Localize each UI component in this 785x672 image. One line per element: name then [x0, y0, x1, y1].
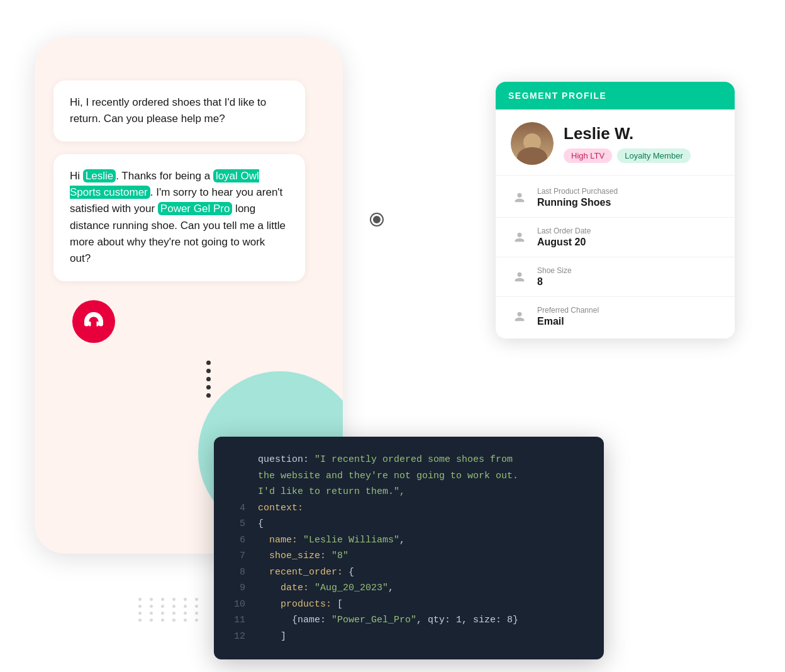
detail-label-product: Last Product Purchased: [537, 187, 618, 196]
code-line-7: 7 shoe_size: "8": [233, 548, 585, 564]
detail-row-order-date: Last Order Date August 20: [496, 218, 735, 257]
detail-value-channel: Email: [537, 316, 599, 327]
order-date-icon: [511, 228, 528, 246]
profile-name: Leslie W.: [564, 124, 691, 143]
phone-notch: [145, 38, 233, 55]
line-num: 8: [233, 564, 245, 581]
line-num: 4: [233, 500, 245, 517]
headset-icon: [82, 310, 105, 333]
code-text: products: [: [258, 596, 343, 613]
code-line-2: the website and they're not going to wor…: [233, 468, 585, 484]
line-num: [233, 484, 245, 500]
detail-label-shoe-size: Shoe Size: [537, 266, 572, 275]
phone-content: Hi, I recently ordered shoes that I'd li…: [35, 68, 343, 410]
highlight-product: Power Gel Pro: [158, 202, 233, 215]
line-num: 12: [233, 629, 245, 645]
detail-row-shoe-size: Shoe Size 8: [496, 257, 735, 297]
badge-loyalty-member: Loyalty Member: [617, 148, 690, 163]
line-num: 10: [233, 596, 245, 613]
code-text: I'd like to return them.",: [258, 484, 405, 500]
dot-2: [206, 369, 211, 373]
badge-high-ltv: High LTV: [564, 148, 612, 163]
code-line-9: 9 date: "Aug_20_2023",: [233, 580, 585, 596]
code-text: context:: [258, 500, 303, 517]
detail-text-order-date: Last Order Date August 20: [537, 227, 591, 248]
agent-chat-bubble: Hi Leslie. Thanks for being a loyal Owl …: [53, 154, 305, 281]
detail-label-order-date: Last Order Date: [537, 227, 591, 235]
agent-icon: [72, 300, 115, 343]
segment-card-header: SEGMENT PROFILE: [496, 82, 735, 109]
detail-value-shoe-size: 8: [537, 276, 572, 288]
code-text: ]: [258, 629, 286, 645]
detail-row-product: Last Product Purchased Running Shoes: [496, 178, 735, 218]
avatar-face: [511, 122, 554, 165]
code-text: name: "Leslie Williams",: [258, 532, 405, 549]
user-chat-bubble: Hi, I recently ordered shoes that I'd li…: [53, 81, 305, 142]
product-icon: [511, 189, 528, 206]
detail-text-product: Last Product Purchased Running Shoes: [537, 187, 618, 208]
highlight-leslie: Leslie: [83, 169, 116, 182]
dot-1: [206, 361, 211, 365]
connector: [371, 214, 382, 225]
code-line-10: 10 products: [: [233, 596, 585, 613]
dots-grid: [138, 598, 203, 622]
badges-container: High LTV Loyalty Member: [564, 148, 691, 163]
detail-text-channel: Preferred Channel Email: [537, 306, 599, 327]
segment-details: Last Product Purchased Running Shoes Las…: [496, 176, 735, 339]
line-num: [233, 452, 245, 468]
detail-value-order-date: August 20: [537, 237, 591, 248]
line-num: [233, 468, 245, 484]
detail-value-product: Running Shoes: [537, 197, 618, 208]
detail-label-channel: Preferred Channel: [537, 306, 599, 315]
code-line-6: 6 name: "Leslie Williams",: [233, 532, 585, 549]
code-line-8: 8 recent_order: {: [233, 564, 585, 581]
code-text: {name: "Power_Gel_Pro", qty: 1, size: 8}: [258, 612, 518, 629]
code-text: the website and they're not going to wor…: [258, 468, 518, 484]
dot-5: [206, 393, 211, 398]
line-num: 7: [233, 548, 245, 564]
code-line-11: 11 {name: "Power_Gel_Pro", qty: 1, size:…: [233, 612, 585, 629]
profile-section: Leslie W. High LTV Loyalty Member: [496, 109, 735, 176]
channel-icon: [511, 308, 528, 325]
line-num: 5: [233, 516, 245, 532]
segment-profile-card: SEGMENT PROFILE Leslie W. High LTV Loyal…: [496, 82, 735, 339]
detail-row-channel: Preferred Channel Email: [496, 297, 735, 336]
code-text: shoe_size: "8": [258, 548, 348, 564]
code-line-1: question: "I recently ordered some shoes…: [233, 452, 585, 468]
user-message-text: Hi, I recently ordered shoes that I'd li…: [70, 96, 266, 125]
code-block: question: "I recently ordered some shoes…: [214, 437, 604, 659]
line-num: 6: [233, 532, 245, 549]
shoe-size-icon: [511, 268, 528, 286]
line-num: 11: [233, 612, 245, 629]
code-text: {: [258, 516, 264, 532]
connector-dot: [371, 214, 382, 225]
code-text: date: "Aug_20_2023",: [258, 580, 394, 596]
profile-info: Leslie W. High LTV Loyalty Member: [564, 124, 691, 163]
agent-message-text: Hi Leslie. Thanks for being a loyal Owl …: [70, 169, 286, 265]
code-line-3: I'd like to return them.",: [233, 484, 585, 500]
dot-4: [206, 385, 211, 389]
code-text: question: "I recently ordered some shoes…: [258, 452, 513, 468]
scene: Hi, I recently ordered shoes that I'd li…: [0, 0, 785, 672]
dot-3: [206, 377, 211, 381]
detail-text-shoe-size: Shoe Size 8: [537, 266, 572, 288]
line-num: 9: [233, 580, 245, 596]
code-line-4: 4 context:: [233, 500, 585, 517]
code-text: recent_order: {: [258, 564, 354, 581]
avatar: [511, 122, 554, 165]
code-line-5: 5 {: [233, 516, 585, 532]
code-line-12: 12 ]: [233, 629, 585, 645]
